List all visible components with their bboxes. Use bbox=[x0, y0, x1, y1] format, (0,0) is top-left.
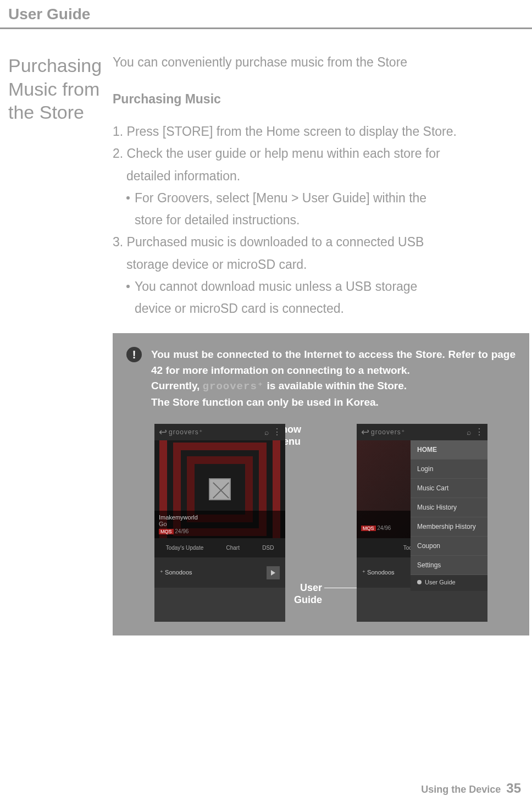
step-3-cont: storage device or microSD card. bbox=[113, 253, 529, 275]
section-heading-text: Purchasing Music from the Store bbox=[8, 54, 113, 124]
track-bitrate-r: 24/96 bbox=[376, 525, 391, 531]
search-icon-r[interactable]: ⌕ bbox=[467, 428, 471, 436]
track-title: Imakemyworld bbox=[159, 514, 281, 521]
ss-filler bbox=[154, 588, 285, 622]
step-2: 2. Check the user guide or help menu wit… bbox=[113, 142, 529, 164]
ss-top-bar-r: ↩ groovers⁺ ⌕ ⋮ bbox=[357, 424, 487, 440]
section-heading: Purchasing Music from the Store bbox=[8, 54, 113, 635]
tab-dsd[interactable]: DSD bbox=[262, 545, 274, 551]
menu-dots-icon[interactable]: ⋮ bbox=[273, 427, 281, 437]
step-3-bullet: You cannot download music unless a USB s… bbox=[113, 275, 529, 297]
screenshot-row: Show Menu User Guide ↩ groovers⁺ ⌕ ⋮ bbox=[126, 424, 516, 622]
play-button[interactable] bbox=[267, 566, 280, 579]
screenshot-left: ↩ groovers⁺ ⌕ ⋮ Imakemyworld Go MQS bbox=[154, 424, 285, 622]
step-2-bullet: For Groovers, select [Menu > User Guide]… bbox=[113, 187, 529, 209]
menu-membership-history[interactable]: Membership History bbox=[411, 517, 487, 537]
ss-tabs: Today's Update Chart DSD bbox=[154, 538, 285, 557]
step-3: 3. Purchased music is downloaded to a co… bbox=[113, 231, 529, 253]
page-header: User Guide bbox=[0, 0, 532, 29]
play-icon bbox=[271, 570, 275, 576]
header-title: User Guide bbox=[8, 5, 532, 27]
mqs-badge: MQS bbox=[159, 529, 174, 534]
tab-update[interactable]: Today's Update bbox=[166, 545, 204, 551]
user-guide-annotation: User Guide bbox=[294, 582, 322, 606]
back-icon-r[interactable]: ↩ bbox=[361, 426, 369, 438]
track-info-r: MQS 24/96 bbox=[357, 511, 411, 538]
album-art: Imakemyworld Go MQS 24/96 bbox=[154, 440, 285, 538]
track-artist: Go bbox=[159, 521, 281, 527]
screenshot-right: ↩ groovers⁺ ⌕ ⋮ 노래왕 등 복면가왕 MQS 24/96 bbox=[357, 424, 487, 622]
step-2-cont: detailed information. bbox=[113, 165, 529, 187]
info-callout: ! You must be connected to the Internet … bbox=[113, 333, 529, 635]
app-logo: groovers⁺ bbox=[169, 428, 203, 436]
menu-settings[interactable]: Settings bbox=[411, 556, 487, 575]
callout-line1: You must be connected to the Internet to… bbox=[151, 349, 516, 376]
track-info: Imakemyworld Go MQS 24/96 bbox=[154, 511, 285, 538]
search-icon[interactable]: ⌕ bbox=[264, 428, 269, 436]
callout-line2b: is available within the Store. bbox=[264, 380, 407, 391]
menu-overlay: HOME Login Music Cart Music History Memb… bbox=[411, 440, 487, 575]
menu-user-guide-row[interactable]: User Guide bbox=[411, 573, 487, 591]
step-2-bullet-cont: store for detailed instructions. bbox=[113, 209, 529, 231]
back-icon[interactable]: ↩ bbox=[159, 426, 167, 438]
radio-icon bbox=[417, 580, 422, 584]
step-3-bullet-cont: device or microSD card is connected. bbox=[113, 297, 529, 319]
anno-user-2: Guide bbox=[294, 594, 322, 605]
anno-user-1: User bbox=[300, 582, 322, 593]
main-column: You can conveniently purchase music from… bbox=[113, 54, 532, 635]
groovers-logo-text: groovers⁺ bbox=[203, 380, 264, 393]
mqs-badge-r: MQS bbox=[361, 526, 376, 531]
page-number: 35 bbox=[506, 781, 521, 795]
app-logo-r: groovers⁺ bbox=[371, 428, 405, 436]
menu-home[interactable]: HOME bbox=[411, 440, 487, 460]
menu-user-guide-label: User Guide bbox=[425, 579, 456, 585]
track-quality-r: MQS 24/96 bbox=[361, 525, 406, 531]
bottom-label: ⁺ Sonodoos bbox=[160, 569, 192, 576]
callout-line2a: Currently, bbox=[151, 380, 203, 391]
ss-bottom-bar: ⁺ Sonodoos bbox=[154, 557, 285, 588]
menu-dots-icon-r[interactable]: ⋮ bbox=[475, 427, 483, 437]
menu-coupon[interactable]: Coupon bbox=[411, 537, 487, 556]
menu-login[interactable]: Login bbox=[411, 460, 487, 479]
bottom-label-r: ⁺ Sonodoos bbox=[362, 569, 395, 576]
menu-user-guide[interactable]: User Guide bbox=[417, 579, 481, 585]
sub-heading: Purchasing Music bbox=[113, 92, 529, 107]
art-center-glyph bbox=[209, 478, 231, 500]
content-wrapper: Purchasing Music from the Store You can … bbox=[0, 29, 532, 635]
tab-chart[interactable]: Chart bbox=[226, 545, 240, 551]
footer-section: Using the Device bbox=[421, 784, 501, 795]
callout-line3: The Store function can only be used in K… bbox=[151, 396, 379, 408]
callout-text: You must be connected to the Internet to… bbox=[126, 347, 516, 410]
step-1: 1. Press [STORE] from the Home screen to… bbox=[113, 120, 529, 142]
ss-top-bar: ↩ groovers⁺ ⌕ ⋮ bbox=[154, 424, 285, 440]
track-quality: MQS 24/96 bbox=[159, 528, 281, 534]
steps-list: 1. Press [STORE] from the Home screen to… bbox=[113, 120, 529, 319]
track-bitrate: 24/96 bbox=[174, 528, 189, 534]
menu-music-history[interactable]: Music History bbox=[411, 498, 487, 517]
ss-filler-r bbox=[357, 588, 487, 622]
menu-music-cart[interactable]: Music Cart bbox=[411, 479, 487, 498]
intro-text: You can conveniently purchase music from… bbox=[113, 54, 529, 71]
page-footer: Using the Device 35 bbox=[421, 781, 521, 796]
